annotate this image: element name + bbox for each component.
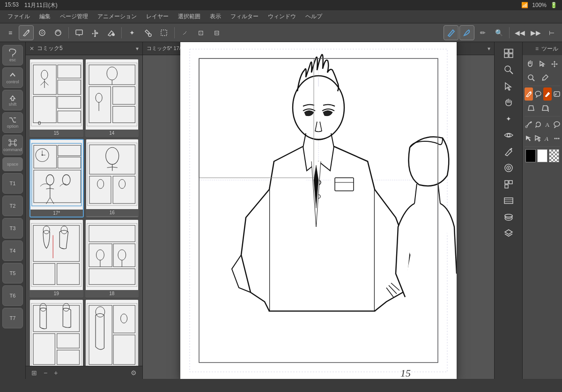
pencil-mode-button[interactable]: ✏ <box>475 25 490 40</box>
menu-layer[interactable]: レイヤー <box>142 12 172 22</box>
tools-panel-menu[interactable]: ≡ <box>535 45 539 52</box>
t3-key[interactable]: T3 <box>2 218 23 239</box>
hamburger-menu-button[interactable]: ≡ <box>3 25 18 40</box>
rtool-A2[interactable]: A <box>543 132 552 145</box>
page-thumb-15[interactable]: 0 15 <box>30 59 83 137</box>
menu-view[interactable]: 表示 <box>206 12 225 22</box>
rtool-wand[interactable] <box>525 118 533 131</box>
brush-mode-button[interactable] <box>459 25 474 40</box>
page-panel-close[interactable]: ✕ <box>30 45 34 52</box>
t7-key[interactable]: T7 <box>2 308 23 328</box>
nav-back-button[interactable]: ◀◀ <box>512 25 527 40</box>
film-icon-button[interactable] <box>501 193 516 208</box>
slash-button[interactable]: ⟋ <box>177 25 192 40</box>
rtool-text-tool[interactable]: A <box>543 118 552 131</box>
magic-icon-button[interactable] <box>501 144 516 159</box>
menu-edit[interactable]: 編集 <box>36 12 54 22</box>
stack-icon-button[interactable] <box>501 210 516 225</box>
zoom-icon-button[interactable] <box>501 62 516 77</box>
t4-key[interactable]: T4 <box>2 240 23 261</box>
page-thumb-20[interactable]: 20 <box>85 299 139 366</box>
minus-button[interactable]: ⊟ <box>209 25 224 40</box>
pen-mode-button[interactable] <box>444 25 458 40</box>
rtool-dots[interactable] <box>553 132 561 145</box>
shift-key[interactable]: shift <box>2 90 23 110</box>
fill-tool-button[interactable] <box>104 25 118 40</box>
t2-key[interactable]: T2 <box>2 196 23 216</box>
rtool-move[interactable] <box>549 57 560 70</box>
rtool-zoom[interactable] <box>525 71 538 84</box>
page-panel-arrow[interactable]: ▾ <box>136 45 139 52</box>
command-key[interactable]: command <box>2 135 23 155</box>
grid-icon-button[interactable] <box>501 46 516 61</box>
rtool-pen[interactable] <box>525 87 533 101</box>
menu-filter[interactable]: フィルター <box>227 12 262 22</box>
rtool-arrow-lasso[interactable] <box>525 132 533 145</box>
menu-selection[interactable]: 選択範囲 <box>174 12 204 22</box>
svg-point-100 <box>508 167 509 169</box>
rtool-hand[interactable] <box>525 57 536 70</box>
rect-select-button[interactable] <box>156 25 171 40</box>
menu-animation[interactable]: アニメーション <box>94 12 140 22</box>
rtool-3d-figure[interactable] <box>539 102 552 115</box>
nav-end-button[interactable]: ⊢ <box>544 25 559 40</box>
plus-page-button[interactable]: + <box>52 369 59 377</box>
rtool-fill-pen[interactable] <box>543 87 552 101</box>
color-swatch-white[interactable] <box>537 149 547 162</box>
t5-key[interactable]: T5 <box>2 263 23 283</box>
minus-page-button[interactable]: − <box>42 369 49 377</box>
pen-tool-button[interactable] <box>19 25 34 40</box>
search-button[interactable]: 🔍 <box>491 25 506 40</box>
t1-key[interactable]: T1 <box>2 173 23 194</box>
rtool-text[interactable] <box>553 87 561 101</box>
rtool-eyedropper[interactable] <box>539 71 552 84</box>
settings-page-button[interactable]: ⚙ <box>129 369 139 377</box>
layers-icon-button[interactable] <box>501 226 516 241</box>
menu-page[interactable]: ページ管理 <box>56 12 92 22</box>
eye-icon-button[interactable] <box>501 128 516 143</box>
menu-window[interactable]: ウィンドウ <box>264 12 300 22</box>
grid-button[interactable]: ⊡ <box>193 25 208 40</box>
rtool-lasso[interactable] <box>534 118 542 131</box>
space-key[interactable]: space <box>2 157 23 171</box>
sun-tool-button[interactable]: ✦ <box>125 25 140 40</box>
rtool-lasso2[interactable] <box>534 132 542 145</box>
move-tool-button[interactable] <box>88 25 103 40</box>
page-thumb-19[interactable]: 19 <box>30 219 83 298</box>
target-icon-button[interactable] <box>501 160 516 175</box>
canvas-content[interactable]: 15 <box>143 42 494 379</box>
monitor-tool-button[interactable] <box>72 25 87 40</box>
esc-key[interactable]: esc <box>2 45 23 65</box>
rtool-speech[interactable] <box>553 118 561 131</box>
bucket-tool-button[interactable] <box>140 25 155 40</box>
page-thumb-18[interactable]: 18 <box>85 219 139 298</box>
menu-bar: ファイル 編集 ページ管理 アニメーション レイヤー 選択範囲 表示 フィルター… <box>0 10 562 23</box>
nav-forward-button[interactable]: ▶▶ <box>528 25 543 40</box>
page-thumb-16[interactable]: 16 <box>86 139 139 218</box>
circle-tool-button[interactable] <box>51 25 66 40</box>
page-thumb-21[interactable]: 21 <box>30 299 83 366</box>
hand-icon-button[interactable] <box>501 95 516 110</box>
t6-key[interactable]: T6 <box>2 285 23 306</box>
shape-tool-button[interactable] <box>35 25 50 40</box>
rtool-bubble[interactable] <box>534 87 542 101</box>
rtool-figure[interactable] <box>525 102 538 115</box>
page-thumb-17[interactable]: 17* <box>30 139 84 218</box>
rtool-arrow[interactable] <box>537 57 548 70</box>
tools-section-1: A A <box>523 55 562 166</box>
svg-point-70 <box>63 303 69 311</box>
option-key[interactable]: option <box>2 112 23 133</box>
color-swatch-transparent[interactable] <box>549 149 559 162</box>
squares-icon-button[interactable] <box>501 177 516 192</box>
color-swatch-black[interactable] <box>525 149 536 162</box>
page-panel-header: ✕ コミック5 ▾ <box>26 42 142 55</box>
grid-view-button[interactable]: ⊞ <box>30 369 39 377</box>
control-key[interactable]: control <box>2 67 23 88</box>
menu-file[interactable]: ファイル <box>4 12 34 22</box>
menu-help[interactable]: ヘルプ <box>302 12 326 22</box>
cursor-icon-button[interactable] <box>501 79 516 94</box>
svg-rect-64 <box>31 303 81 366</box>
page-thumb-14[interactable]: 14 <box>85 59 139 137</box>
sparkle-icon-button[interactable]: ✦ <box>501 111 516 126</box>
svg-rect-23 <box>112 106 135 123</box>
